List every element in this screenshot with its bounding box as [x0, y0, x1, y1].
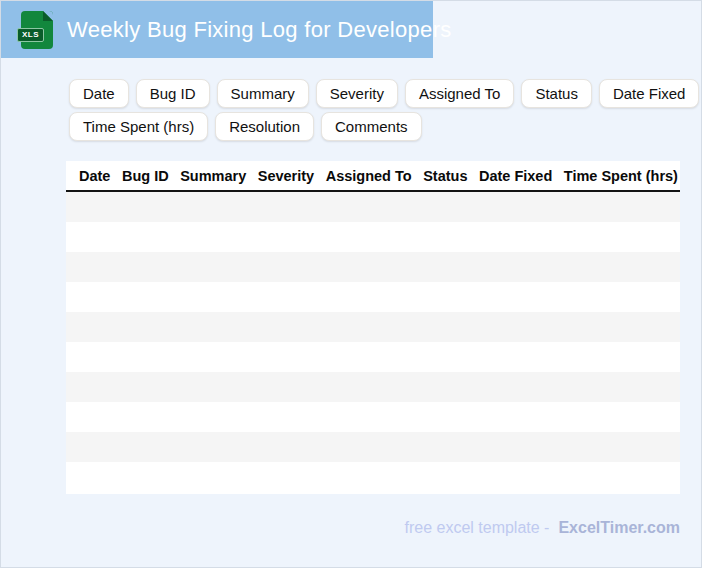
table-row: [66, 312, 680, 342]
column-header: Bug ID: [122, 168, 169, 184]
table-row: [66, 342, 680, 372]
brand-link[interactable]: ExcelTimer.com: [558, 519, 680, 537]
column-chip[interactable]: Resolution: [215, 112, 314, 141]
column-chip[interactable]: Summary: [217, 79, 309, 108]
table-header-row: Date Bug ID Summary Severity Assigned To…: [66, 161, 680, 192]
chip-row-1: Date Bug ID Summary Severity Assigned To…: [69, 79, 649, 108]
column-chip[interactable]: Status: [521, 79, 592, 108]
column-chips: Date Bug ID Summary Severity Assigned To…: [69, 79, 649, 145]
column-chip[interactable]: Date Fixed: [599, 79, 700, 108]
column-chip[interactable]: Bug ID: [136, 79, 210, 108]
footer: free excel template - ExcelTimer.com: [404, 519, 680, 537]
header-banner: XLS Weekly Bug Fixing Log for Developers: [1, 1, 433, 58]
chip-row-2: Time Spent (hrs) Resolution Comments: [69, 112, 649, 141]
column-header: Severity: [258, 168, 314, 184]
table-row: [66, 402, 680, 432]
xls-file-icon: XLS: [21, 11, 53, 49]
column-chip[interactable]: Time Spent (hrs): [69, 112, 208, 141]
table-row: [66, 222, 680, 252]
xls-badge: XLS: [17, 28, 44, 42]
page-title: Weekly Bug Fixing Log for Developers: [67, 17, 452, 43]
column-header: Time Spent (hrs): [564, 168, 678, 184]
log-table: Date Bug ID Summary Severity Assigned To…: [66, 161, 680, 494]
column-header: Date Fixed: [479, 168, 552, 184]
table-row: [66, 282, 680, 312]
page-fold-icon: [43, 11, 53, 21]
table-row: [66, 192, 680, 222]
column-header: Assigned To: [326, 168, 412, 184]
column-header: Date: [79, 168, 110, 184]
table-row: [66, 432, 680, 462]
column-chip[interactable]: Severity: [316, 79, 398, 108]
column-chip[interactable]: Comments: [321, 112, 422, 141]
column-chip[interactable]: Assigned To: [405, 79, 514, 108]
template-preview-page: { "header": { "title": "Weekly Bug Fixin…: [0, 0, 702, 568]
column-header: Status: [423, 168, 467, 184]
column-header: Summary: [180, 168, 246, 184]
footer-text: free excel template -: [404, 519, 549, 537]
table-row: [66, 462, 680, 492]
table-row: [66, 372, 680, 402]
table-body: [66, 192, 680, 492]
column-chip[interactable]: Date: [69, 79, 129, 108]
table-row: [66, 252, 680, 282]
